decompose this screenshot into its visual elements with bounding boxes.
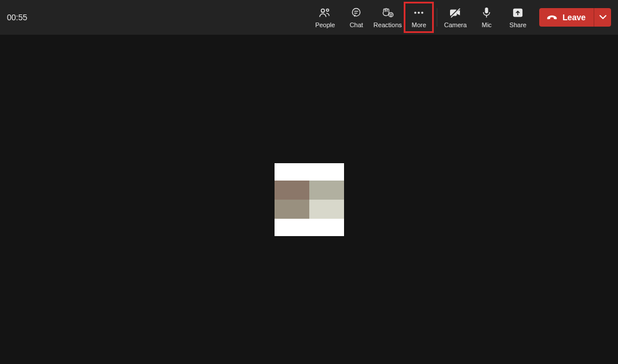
svg-point-8 [414,12,416,14]
svg-point-7 [392,14,392,14]
leave-options-button[interactable] [594,8,611,27]
leave-button-group: Leave [539,8,611,27]
chat-label: Chat [350,21,363,28]
call-timer: 00:55 [7,13,27,22]
people-label: People [315,21,335,28]
more-button[interactable]: More [403,0,434,35]
leave-label: Leave [562,13,586,22]
mic-label: Mic [482,21,492,28]
camera-button[interactable]: Camera [440,0,471,35]
people-icon [319,6,331,19]
svg-point-10 [421,12,423,14]
svg-point-6 [390,14,390,14]
more-label: More [412,21,426,28]
share-icon [512,6,524,19]
chat-icon [350,6,362,19]
toolbar-divider [437,8,437,27]
share-button[interactable]: Share [502,0,533,35]
svg-rect-14 [485,8,488,13]
call-top-bar: 00:55 People [0,0,618,35]
chevron-down-icon [599,15,606,20]
share-label: Share [510,21,526,28]
mic-button[interactable]: Mic [471,0,502,35]
meeting-stage [0,35,618,364]
participant-avatar [275,163,344,236]
mic-icon [482,6,491,19]
people-button[interactable]: People [309,0,341,35]
more-icon [413,6,425,19]
hangup-icon [546,14,558,21]
svg-point-1 [327,9,329,11]
reactions-button[interactable]: Reactions [372,0,403,35]
svg-point-0 [321,9,325,13]
chat-button[interactable]: Chat [341,0,372,35]
camera-off-icon [449,6,462,19]
reactions-icon [381,6,394,19]
camera-label: Camera [444,21,467,28]
call-toolbar: People Chat [309,0,533,35]
svg-point-2 [353,9,360,16]
leave-button[interactable]: Leave [539,8,594,27]
svg-point-9 [418,12,420,14]
reactions-label: Reactions [374,21,402,28]
